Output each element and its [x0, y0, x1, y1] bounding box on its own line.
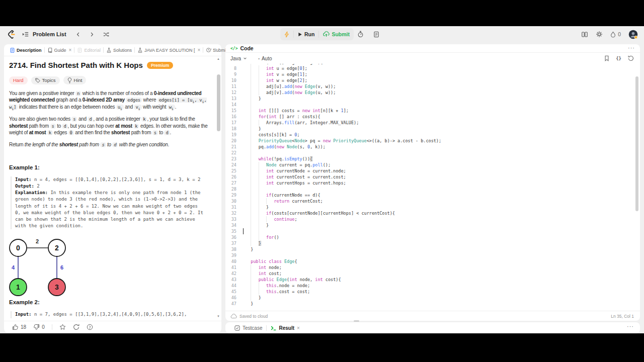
code-line[interactable]: 20 PriorityQueue<Node> pq = new Priority… [225, 138, 640, 144]
svg-text:2: 2 [55, 244, 59, 252]
star-button[interactable] [59, 324, 66, 330]
code-line[interactable]: 18 } [225, 126, 640, 132]
console-menu[interactable]: ··· [627, 323, 634, 329]
play-icon [298, 32, 302, 37]
topics-badge[interactable]: Topics [31, 76, 60, 84]
notes-button[interactable] [370, 28, 382, 40]
code-line[interactable]: 30 return currentCost; [225, 198, 640, 204]
code-line[interactable]: 34 } [225, 222, 640, 228]
language-selector[interactable]: Java [230, 56, 247, 61]
code-line[interactable]: 28 [225, 186, 640, 192]
code-line[interactable]: 33 continue; [225, 216, 640, 222]
shuffle-icon[interactable] [103, 31, 110, 38]
tab-editorial[interactable]: Editorial [74, 47, 103, 53]
code-line[interactable]: 38 } [225, 246, 640, 252]
tab-guide[interactable]: Guide× [45, 47, 74, 53]
share-button[interactable] [73, 324, 79, 330]
lightning-icon [284, 31, 289, 38]
code-line[interactable]: 27 int currentHops = current.hops; [225, 180, 640, 186]
debug-button[interactable] [280, 28, 293, 40]
scroll-up-arrow[interactable]: ▲ [217, 57, 220, 60]
format-code-icon[interactable]: {} [616, 56, 621, 61]
tab-testcase[interactable]: Testcase [230, 325, 266, 331]
tab-icon [77, 47, 83, 53]
code-line[interactable]: 37 } [225, 240, 640, 246]
code-line[interactable]: 11 adj[u].add(new Edge(v, w)); [225, 83, 640, 89]
code-line[interactable]: 35 [225, 228, 640, 234]
svg-text:3: 3 [55, 283, 59, 291]
layout-switch-icon[interactable] [581, 31, 588, 38]
code-line[interactable]: 23 while(!pq.isEmpty()){ [225, 156, 640, 162]
dislike-button[interactable]: 0 [33, 324, 45, 330]
code-panel-menu[interactable]: ··· [628, 45, 635, 51]
code-line[interactable]: 39 [225, 252, 640, 258]
difficulty-badge[interactable]: Hard [9, 76, 28, 84]
leetcode-logo-icon[interactable] [7, 30, 16, 39]
tab-result[interactable]: Result × [267, 325, 303, 331]
bulb-icon [67, 77, 72, 83]
reset-code-icon[interactable] [628, 55, 634, 61]
auto-toggle[interactable]: • Auto [258, 56, 272, 61]
timer-button[interactable] [354, 28, 366, 40]
code-line[interactable]: 36 for() [225, 234, 640, 240]
close-tab-icon[interactable]: × [197, 47, 200, 53]
cloud-icon [230, 314, 237, 319]
next-problem-icon[interactable] [89, 32, 95, 37]
code-line[interactable]: 29 if(currentNode == d){ [225, 192, 640, 198]
paragraph-3: Return the length of the shortest path f… [9, 141, 214, 148]
code-line[interactable]: 17 Arrays.fill(arr, Integer.MAX_VALUE); [225, 120, 640, 126]
bookmark-icon[interactable] [604, 55, 609, 61]
code-line[interactable]: 31 } [225, 204, 640, 210]
avatar[interactable] [628, 30, 638, 39]
code-line[interactable]: 22 [225, 150, 640, 156]
left-scrollbar[interactable] [217, 74, 220, 131]
code-line[interactable]: 32 if(costs[currentNode][currentHops] < … [225, 210, 640, 216]
code-line[interactable]: 45 this.cost = cost; [225, 289, 640, 295]
code-line[interactable]: 25 int currentNode = current.node; [225, 168, 640, 174]
code-line[interactable]: 24 Node current = pq.poll(); [225, 162, 640, 168]
streak-counter[interactable]: 0 [610, 31, 621, 38]
like-button[interactable]: 18 [12, 324, 26, 330]
code-line[interactable]: 43 public Edge(int node, int cost){ [225, 277, 640, 283]
tab-solutions[interactable]: Solutions [104, 47, 134, 53]
code-line[interactable]: 13 } [225, 96, 640, 102]
code-line[interactable]: 10 int w = edge[2]; [225, 77, 640, 83]
code-line[interactable]: 44 this.node = node; [225, 283, 640, 289]
tab-java-easy-solution-[interactable]: JAVA EASY SOLUTION [× [135, 47, 203, 53]
cursor-position[interactable]: Ln 35, Col 1 [611, 314, 634, 319]
hint-badge[interactable]: Hint [63, 76, 87, 84]
run-button[interactable]: Run [294, 28, 318, 40]
help-button[interactable] [87, 324, 93, 330]
close-tab-icon[interactable]: × [69, 47, 72, 53]
prev-problem-icon[interactable] [75, 32, 81, 37]
code-line[interactable]: 19 costs[s][k] = 0; [225, 132, 640, 138]
code-line[interactable]: 15 int [][] costs = new int[n][k + 1]; [225, 108, 640, 114]
close-result-icon[interactable]: × [297, 325, 300, 331]
code-line[interactable]: 12 adj[v].add(new Edge(u, w)); [225, 89, 640, 96]
code-line[interactable]: 16 for(int [] arr : costs){ [225, 114, 640, 120]
example-1-block: Input: n = 4, edges = [[0,1,4],[0,2,2],[… [11, 176, 214, 230]
code-line[interactable]: 46 } [225, 295, 640, 301]
code-line[interactable]: 41 int node; [225, 264, 640, 270]
code-line[interactable]: 26 int currentCost = current.cost; [225, 174, 640, 180]
code-editor[interactable]: 7 for(int [] edge : edges){8 int u = edg… [225, 64, 640, 311]
code-line[interactable]: 9 int v = edge[1]; [225, 71, 640, 77]
tab-description[interactable]: Description [7, 47, 44, 53]
problem-list-link[interactable]: Problem List [22, 31, 66, 38]
settings-gear-icon[interactable] [596, 31, 603, 38]
code-line[interactable]: 8 int u = edge[0]; [225, 65, 640, 71]
editor-scrollbar[interactable] [635, 76, 638, 211]
tabbar-overflow[interactable]: ··· [210, 46, 217, 52]
premium-badge[interactable]: Premium [147, 62, 173, 69]
submit-button[interactable]: Submit [319, 28, 354, 40]
paragraph-2: You are also given two nodes s and d, an… [9, 116, 214, 136]
code-line[interactable]: 21 pq.add(new Node(s, 0, k)); [225, 144, 640, 150]
code-line[interactable]: 40 public class Edge{ [225, 258, 640, 264]
tab-icon [10, 47, 15, 53]
code-line[interactable]: 47 } [225, 301, 640, 307]
saved-status: Saved to cloud [230, 314, 268, 319]
scroll-down-arrow[interactable]: ▼ [217, 315, 220, 318]
panel-drag-handle[interactable] [354, 320, 359, 322]
code-line[interactable]: 14 [225, 102, 640, 108]
code-line[interactable]: 42 int cost; [225, 270, 640, 277]
